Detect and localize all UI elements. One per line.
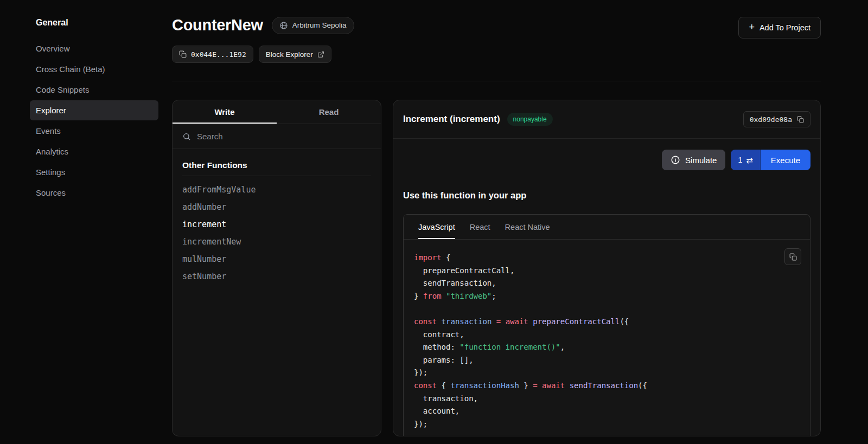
- code-line: transaction,: [414, 392, 800, 406]
- code-token: [442, 292, 446, 300]
- header-divider: [172, 81, 821, 81]
- block-explorer-label: Block Explorer: [266, 50, 313, 59]
- code-token: transactionHash: [450, 381, 519, 390]
- code-line: prepareContractCall,: [414, 265, 800, 278]
- function-item-addnumber[interactable]: addNumber: [182, 198, 371, 216]
- function-item-addfrommsgvalue[interactable]: addFromMsgValue: [182, 181, 371, 198]
- mutability-badge: nonpayable: [507, 113, 553, 126]
- function-selector-label: 0xd09de08a: [750, 115, 792, 124]
- simulate-label: Simulate: [685, 156, 717, 165]
- block-explorer-button[interactable]: Block Explorer: [259, 46, 331, 63]
- function-item-increment[interactable]: increment: [182, 216, 371, 233]
- tab-write[interactable]: Write: [173, 100, 277, 124]
- function-item-mulnumber[interactable]: mulNumber: [182, 250, 371, 268]
- code-block: import { prepareContractCall, sendTransa…: [414, 252, 800, 430]
- code-token: contract,: [414, 330, 464, 339]
- execute-count-button[interactable]: 1 ⇄: [731, 150, 760, 170]
- code-tab-react-native[interactable]: React Native: [505, 215, 550, 239]
- code-line: const { transactionHash } = await sendTr…: [414, 379, 800, 392]
- contract-address-button[interactable]: 0x044E...1E92: [172, 46, 253, 63]
- page-title: CounterNew: [172, 16, 263, 34]
- function-detail-panel: Increment (increment) nonpayable 0xd09de…: [393, 100, 821, 436]
- code-token: [538, 381, 542, 390]
- sidebar-item-sources[interactable]: Sources: [30, 183, 158, 203]
- code-token: }: [519, 381, 533, 390]
- page-header: CounterNew Arbitrum Sepolia: [172, 16, 821, 34]
- code-token: "function increment()": [459, 343, 560, 351]
- function-selector-button[interactable]: 0xd09de08a: [743, 111, 810, 127]
- sidebar-item-explorer[interactable]: Explorer: [30, 100, 158, 120]
- function-detail-header: Increment (increment) nonpayable 0xd09de…: [393, 100, 820, 138]
- code-token: prepareContractCall: [533, 317, 620, 326]
- code-token: =: [533, 381, 537, 390]
- copy-code-button[interactable]: [784, 248, 801, 265]
- plus-icon: +: [749, 22, 755, 32]
- code-token: [528, 317, 533, 326]
- search-input[interactable]: [196, 131, 371, 141]
- code-token: method:: [414, 343, 459, 351]
- code-line: method: "function increment()",: [414, 341, 800, 354]
- execute-button[interactable]: Execute: [761, 150, 810, 170]
- function-item-incrementnew[interactable]: incrementNew: [182, 233, 371, 250]
- copy-icon: [179, 50, 187, 58]
- code-tab-javascript[interactable]: JavaScript: [418, 215, 455, 239]
- code-token: {: [437, 381, 450, 390]
- code-line: account,: [414, 405, 800, 418]
- code-token: transaction: [442, 317, 492, 326]
- action-row: Simulate 1 ⇄ Execute: [393, 139, 820, 170]
- code-line: import {: [414, 252, 800, 265]
- code-token: "thirdweb": [446, 292, 492, 300]
- code-token: {: [442, 253, 451, 262]
- code-tabbar: JavaScriptReactReact Native: [404, 215, 810, 240]
- add-to-project-label: Add To Project: [760, 23, 810, 32]
- sidebar-item-overview[interactable]: Overview: [30, 38, 158, 59]
- code-token: [437, 317, 441, 326]
- sidebar-item-code-snippets[interactable]: Code Snippets: [30, 80, 158, 100]
- code-area: import { prepareContractCall, sendTransa…: [404, 240, 810, 436]
- sidebar-item-analytics[interactable]: Analytics: [30, 141, 158, 162]
- code-token: transaction,: [414, 394, 478, 403]
- function-item-setnumber[interactable]: setNumber: [182, 268, 371, 285]
- code-token: ;: [492, 292, 496, 300]
- code-line: const transaction = await prepareContrac…: [414, 316, 800, 329]
- other-functions-section: Other Functions addFromMsgValueaddNumber…: [173, 149, 381, 285]
- code-line: [414, 303, 800, 316]
- code-line: } from "thirdweb";: [414, 290, 800, 303]
- code-token: ({: [638, 381, 647, 390]
- copy-icon: [789, 253, 797, 261]
- network-badge[interactable]: Arbitrum Sepolia: [272, 17, 354, 34]
- execute-count-value: 1: [738, 156, 742, 164]
- external-link-icon: [317, 51, 324, 58]
- code-token: =: [496, 317, 501, 326]
- tab-read[interactable]: Read: [277, 100, 381, 124]
- code-token: [501, 317, 505, 326]
- sidebar-item-settings[interactable]: Settings: [30, 162, 158, 182]
- code-token: account,: [414, 407, 459, 415]
- search-bar: [173, 124, 381, 149]
- sidebar-item-cross-chain-beta[interactable]: Cross Chain (Beta): [30, 59, 158, 79]
- code-tab-react[interactable]: React: [470, 215, 490, 239]
- sidebar: General OverviewCross Chain (Beta)Code S…: [0, 0, 172, 444]
- code-line: contract,: [414, 329, 800, 342]
- function-list: addFromMsgValueaddNumberincrementincreme…: [182, 181, 371, 285]
- code-token: [492, 317, 496, 326]
- code-token: sendTransaction: [570, 381, 638, 390]
- other-functions-title: Other Functions: [182, 160, 371, 176]
- code-token: const: [414, 381, 437, 390]
- code-token: import: [414, 253, 442, 262]
- code-line: sendTransaction,: [414, 277, 800, 290]
- code-line: });: [414, 366, 800, 379]
- code-token: await: [542, 381, 565, 390]
- add-to-project-button[interactable]: + Add To Project: [738, 17, 821, 38]
- sidebar-item-events[interactable]: Events: [30, 121, 158, 141]
- function-title: Increment (increment): [403, 114, 500, 125]
- code-line: });: [414, 418, 800, 431]
- execute-group: 1 ⇄ Execute: [731, 150, 810, 170]
- simulate-button[interactable]: Simulate: [662, 150, 725, 170]
- code-token: prepareContractCall,: [414, 266, 514, 275]
- code-token: });: [414, 368, 427, 377]
- code-token: ,: [560, 343, 565, 351]
- code-token: sendTransaction,: [414, 279, 496, 287]
- code-token: const: [414, 317, 437, 326]
- sidebar-heading: General: [36, 18, 158, 28]
